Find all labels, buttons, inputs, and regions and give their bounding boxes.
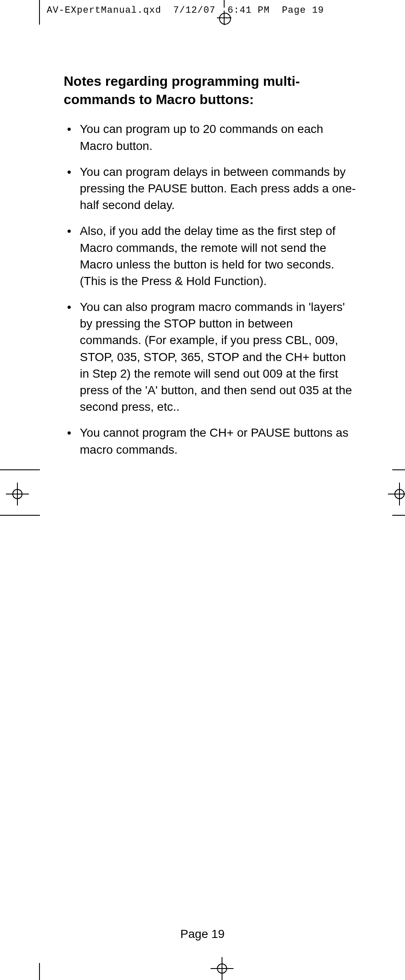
page-content: Notes regarding programming multi-comman… — [64, 72, 357, 467]
section-heading: Notes regarding programming multi-comman… — [64, 72, 357, 109]
trim-mark — [39, 0, 40, 25]
list-item: You cannot program the CH+ or PAUSE butt… — [64, 424, 357, 458]
header-filename: AV-EXpertManual.qxd — [47, 5, 161, 16]
trim-mark — [0, 515, 40, 516]
registration-mark-top — [216, 0, 233, 25]
document-header: AV-EXpertManual.qxd 7/12/07 6:41 PM Page… — [47, 5, 324, 16]
page-number: Page 19 — [180, 927, 225, 940]
trim-mark — [0, 469, 40, 470]
trim-mark — [392, 469, 405, 470]
registration-mark-right — [388, 483, 405, 506]
notes-list: You can program up to 20 commands on eac… — [64, 121, 357, 458]
list-item: You can program up to 20 commands on eac… — [64, 121, 357, 154]
header-page: Page 19 — [282, 5, 324, 16]
header-date: 7/12/07 — [173, 5, 215, 16]
list-item: You can program delays in between comman… — [64, 164, 357, 214]
registration-mark-left — [6, 483, 29, 506]
trim-mark — [39, 963, 40, 980]
trim-mark — [392, 515, 405, 516]
registration-mark-bottom — [211, 957, 233, 980]
list-item: You can also program macro commands in '… — [64, 299, 357, 415]
list-item: Also, if you add the delay time as the f… — [64, 223, 357, 289]
page-footer: Page 19 — [0, 927, 405, 941]
header-time: 6:41 PM — [228, 5, 270, 16]
